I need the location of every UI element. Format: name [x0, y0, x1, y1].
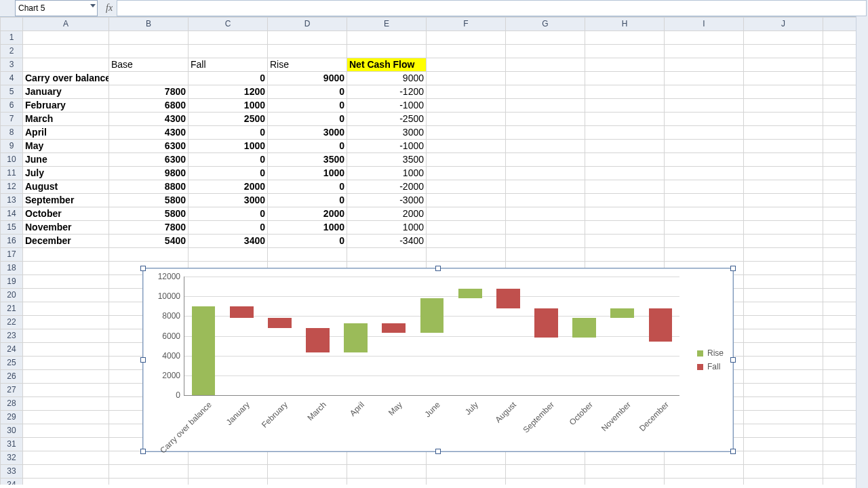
cell[interactable]	[427, 465, 506, 479]
cell[interactable]	[744, 479, 823, 485]
cell[interactable]	[665, 126, 744, 140]
cell[interactable]	[744, 302, 823, 316]
column-header[interactable]: A	[23, 18, 109, 31]
cell[interactable]	[665, 221, 744, 235]
cell[interactable]: 4300	[109, 113, 189, 126]
cell[interactable]: 3500	[268, 153, 347, 167]
cell[interactable]	[744, 438, 823, 451]
row-header[interactable]: 18	[1, 262, 23, 275]
cell[interactable]	[23, 343, 109, 357]
cell[interactable]: -3400	[347, 235, 427, 248]
cell[interactable]	[109, 248, 189, 262]
cell[interactable]	[744, 384, 823, 397]
cell[interactable]: 1000	[189, 140, 268, 153]
row-header[interactable]: 15	[1, 221, 23, 235]
cell[interactable]	[109, 72, 189, 85]
cell[interactable]	[23, 479, 109, 485]
vertical-scrollbar[interactable]	[856, 16, 868, 488]
cell[interactable]	[427, 72, 506, 85]
row-header[interactable]: 34	[1, 479, 23, 485]
cell[interactable]	[506, 207, 585, 221]
cell[interactable]	[744, 58, 823, 72]
cell[interactable]	[506, 99, 585, 113]
row-header[interactable]: 10	[1, 153, 23, 167]
cell[interactable]	[268, 248, 347, 262]
cell[interactable]	[189, 45, 268, 58]
cell[interactable]	[744, 275, 823, 289]
row-header[interactable]: 7	[1, 113, 23, 126]
cell[interactable]	[506, 221, 585, 235]
cell[interactable]	[506, 180, 585, 194]
fx-icon[interactable]: fx	[99, 3, 117, 14]
cell[interactable]	[506, 465, 585, 479]
cell[interactable]	[109, 451, 189, 465]
cell[interactable]	[665, 207, 744, 221]
cell[interactable]	[744, 207, 823, 221]
cell[interactable]	[665, 85, 744, 99]
cell[interactable]: 8800	[109, 180, 189, 194]
cell[interactable]	[268, 45, 347, 58]
cell[interactable]: 0	[189, 221, 268, 235]
cell[interactable]	[427, 235, 506, 248]
cell[interactable]	[506, 194, 585, 207]
cell[interactable]	[506, 167, 585, 180]
cell[interactable]: 0	[268, 235, 347, 248]
cell[interactable]	[506, 113, 585, 126]
cell[interactable]	[744, 221, 823, 235]
row-header[interactable]: 28	[1, 397, 23, 411]
cell[interactable]	[744, 370, 823, 384]
cell[interactable]	[427, 58, 506, 72]
cell[interactable]	[585, 113, 665, 126]
cell[interactable]	[744, 411, 823, 424]
cell[interactable]: February	[23, 99, 109, 113]
cell[interactable]	[744, 451, 823, 465]
column-header[interactable]: I	[665, 18, 744, 31]
cell[interactable]	[744, 85, 823, 99]
row-header[interactable]: 8	[1, 126, 23, 140]
row-header[interactable]: 17	[1, 248, 23, 262]
cell[interactable]: 0	[189, 167, 268, 180]
cell[interactable]	[744, 289, 823, 302]
row-header[interactable]: 19	[1, 275, 23, 289]
cell[interactable]	[744, 72, 823, 85]
cell[interactable]	[585, 126, 665, 140]
cell[interactable]	[665, 479, 744, 485]
cell[interactable]: 9000	[268, 72, 347, 85]
spreadsheet-grid[interactable]: ABCDEFGHIJK123BaseFallRiseNet Cash Flow4…	[0, 17, 868, 485]
row-header[interactable]: 3	[1, 58, 23, 72]
cell[interactable]	[109, 45, 189, 58]
cell[interactable]	[744, 357, 823, 370]
cell[interactable]	[347, 45, 427, 58]
cell[interactable]: -1200	[347, 85, 427, 99]
cell[interactable]	[744, 31, 823, 45]
resize-handle[interactable]	[730, 357, 736, 363]
cell[interactable]: 9800	[109, 167, 189, 180]
cell[interactable]	[744, 397, 823, 411]
cell[interactable]	[744, 262, 823, 275]
cell[interactable]	[585, 235, 665, 248]
cell[interactable]	[665, 235, 744, 248]
cell[interactable]	[585, 167, 665, 180]
cell[interactable]	[427, 479, 506, 485]
cell[interactable]: March	[23, 113, 109, 126]
row-header[interactable]: 22	[1, 316, 23, 329]
cell[interactable]	[585, 99, 665, 113]
cell[interactable]	[665, 31, 744, 45]
cell[interactable]	[347, 31, 427, 45]
cell[interactable]	[189, 31, 268, 45]
cell[interactable]	[744, 113, 823, 126]
cell[interactable]: 9000	[347, 72, 427, 85]
cell[interactable]: Fall	[189, 58, 268, 72]
embedded-chart[interactable]: 020004000600080001000012000 Carry over b…	[142, 268, 734, 452]
row-header[interactable]: 6	[1, 99, 23, 113]
cell[interactable]: 1200	[189, 85, 268, 99]
cell[interactable]	[506, 235, 585, 248]
column-header[interactable]: E	[347, 18, 427, 31]
resize-handle[interactable]	[730, 449, 736, 454]
cell[interactable]: August	[23, 180, 109, 194]
cell[interactable]	[585, 58, 665, 72]
cell[interactable]: 3400	[189, 235, 268, 248]
cell[interactable]	[744, 465, 823, 479]
cell[interactable]	[506, 85, 585, 99]
row-header[interactable]: 14	[1, 207, 23, 221]
